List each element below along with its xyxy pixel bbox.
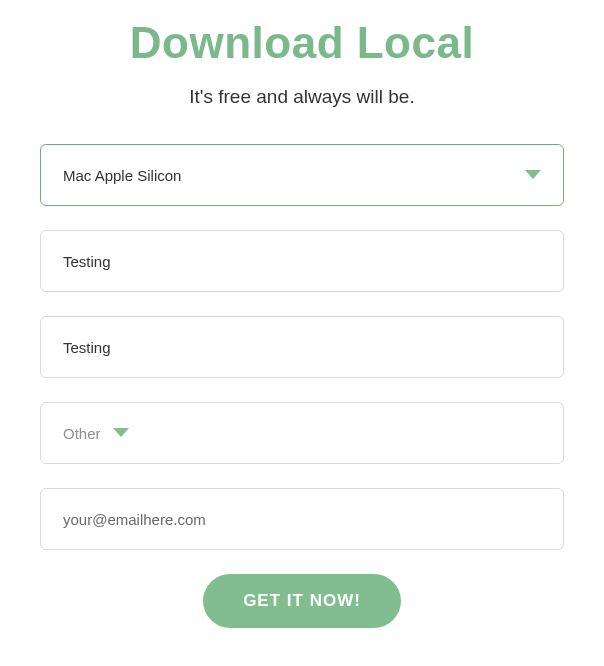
first-name-field[interactable]: Testing bbox=[40, 230, 564, 292]
reason-select-value: Other bbox=[63, 425, 101, 442]
chevron-down-icon bbox=[113, 428, 129, 438]
page-subtitle: It's free and always will be. bbox=[40, 86, 564, 108]
get-it-now-button[interactable]: GET IT NOW! bbox=[203, 574, 401, 628]
chevron-down-icon bbox=[525, 170, 541, 180]
first-name-value: Testing bbox=[63, 253, 541, 270]
reason-select[interactable]: Other bbox=[40, 402, 564, 464]
last-name-value: Testing bbox=[63, 339, 541, 356]
platform-select[interactable]: Mac Apple Silicon bbox=[40, 144, 564, 206]
last-name-field[interactable]: Testing bbox=[40, 316, 564, 378]
page-title: Download Local bbox=[40, 18, 564, 68]
platform-select-value: Mac Apple Silicon bbox=[63, 167, 513, 184]
email-field[interactable] bbox=[63, 511, 541, 528]
email-field-wrapper bbox=[40, 488, 564, 550]
